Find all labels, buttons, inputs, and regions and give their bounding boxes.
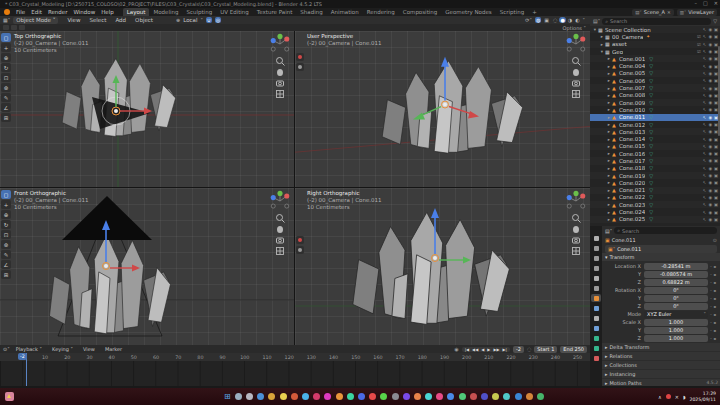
outliner-search-input[interactable]: ⌕ Search	[602, 18, 711, 25]
hide-viewport-icon[interactable]: ◉	[708, 100, 712, 105]
collection-checkbox-icon[interactable]: ☑	[697, 42, 701, 47]
workspace-tab[interactable]: Animation	[327, 8, 363, 16]
tool-button[interactable]: ⊡	[1, 73, 11, 82]
tool-button[interactable]: ⊛	[1, 240, 11, 249]
hide-viewport-icon[interactable]: ◉	[708, 56, 712, 61]
hide-render-icon[interactable]: ▣	[714, 27, 718, 32]
workspace-tab[interactable]: Geometry Nodes	[441, 8, 495, 16]
tool-button[interactable]: ↻	[1, 220, 11, 229]
proportional-edit-icon[interactable]: ◎	[215, 17, 221, 23]
outliner-row[interactable]: ▸ Cone.020 ▽ ✦ ☑ ↖ ◉ ▣	[590, 179, 720, 186]
timeline-menu-item[interactable]: Marker	[102, 346, 125, 352]
taskbar-app-icon[interactable]	[369, 393, 376, 400]
filter-icon[interactable]: ▽	[713, 18, 717, 24]
properties-tab[interactable]	[591, 254, 601, 262]
taskbar-app-icon[interactable]	[436, 393, 443, 400]
playback-button[interactable]: ◀	[480, 347, 485, 352]
outliner-row[interactable]: ▸ Cone.022 ▽ ✦ ☑ ↖ ◉ ▣	[590, 194, 720, 201]
menu-item[interactable]: Edit	[28, 9, 45, 15]
gizmo-dropdown-icon[interactable]: ⟳˅	[525, 17, 532, 23]
workspace-tab[interactable]: Scripting	[496, 8, 528, 16]
tool-button[interactable]: ⊕	[1, 210, 11, 219]
workspace-tab[interactable]: Texture Paint	[253, 8, 297, 16]
workspace-tab[interactable]: Layout	[123, 8, 150, 16]
hide-render-icon[interactable]: ▣	[714, 202, 718, 207]
properties-tab[interactable]	[591, 324, 601, 332]
zoom-icon[interactable]	[571, 213, 581, 223]
navigation-gizmo[interactable]	[269, 33, 291, 55]
selectable-icon[interactable]: ↖	[703, 129, 707, 134]
navigation-gizmo[interactable]	[269, 190, 291, 212]
outliner-row[interactable]: ▸ asset ▽ ✦ ☑ ↖ ◉ ▣	[590, 41, 720, 48]
taskbar-app-icon[interactable]	[392, 393, 399, 400]
taskbar-app-icon[interactable]	[246, 393, 253, 400]
outliner-row[interactable]: ▸ Cone.014 ▽ ✦ ☑ ↖ ◉ ▣	[590, 135, 720, 142]
windows-start-icon[interactable]: ⊞	[224, 393, 231, 401]
xray-icon[interactable]: ▣	[544, 17, 549, 23]
hide-viewport-icon[interactable]: ◉	[708, 195, 712, 200]
zoom-icon[interactable]	[571, 56, 581, 66]
taskbar-app-icon[interactable]	[347, 393, 354, 400]
outliner-row[interactable]: ▸ Cone.023 ▽ ✦ ☑ ↖ ◉ ▣	[590, 201, 720, 208]
taskbar-app-icon[interactable]	[470, 393, 477, 400]
collapsed-section[interactable]: ▸ Motion Paths	[602, 379, 720, 386]
tool-button[interactable]: ∠	[1, 103, 11, 112]
hide-render-icon[interactable]: ▣	[714, 180, 718, 185]
taskbar-app-icon[interactable]	[481, 393, 488, 400]
outliner-row[interactable]: ▸ Cone.024 ▽ ✦ ☑ ↖ ◉ ▣	[590, 208, 720, 215]
pan-hand-icon[interactable]	[571, 67, 581, 77]
selectable-icon[interactable]: ↖	[703, 195, 707, 200]
properties-tab[interactable]	[591, 314, 601, 322]
snap-magnet-icon[interactable]: ∪	[206, 17, 212, 23]
animate-decorator-icon[interactable]: ◦ ▪	[708, 312, 718, 317]
camera-view-icon[interactable]	[275, 78, 285, 88]
scene-selector[interactable]: ▤˅ Scene_A ✕	[632, 9, 673, 16]
tool-button[interactable]: ◻	[1, 190, 11, 199]
selectable-icon[interactable]: ↖	[703, 27, 707, 32]
outliner-display-mode-icon[interactable]: ▤˅	[593, 18, 600, 24]
outliner-row[interactable]: ▸ Cone.011 ▽ ✦ ☑ ↖ ◉ ▣	[590, 114, 720, 121]
selectable-icon[interactable]: ↖	[703, 210, 707, 215]
camera-view-icon[interactable]	[275, 235, 285, 245]
tool-option-icon[interactable]	[11, 25, 17, 30]
rendered-shading-icon[interactable]: ◐	[574, 17, 580, 23]
tool-button[interactable]: ↻	[1, 63, 11, 72]
viewport-menu-item[interactable]: View	[64, 17, 83, 23]
workspace-tab[interactable]: UV Editing	[216, 8, 253, 16]
animate-decorator-icon[interactable]: ◦ ▪	[708, 280, 718, 285]
animate-decorator-icon[interactable]: ◦ ▪	[708, 272, 718, 277]
unlink-icon[interactable]: ✕	[667, 10, 671, 15]
tool-button[interactable]: ◻	[1, 33, 11, 42]
navigation-gizmo[interactable]	[565, 190, 587, 212]
taskbar-app-icon[interactable]	[414, 393, 421, 400]
properties-tab[interactable]	[591, 294, 601, 302]
viewport-canvas-right[interactable]	[295, 188, 590, 345]
tool-option-icon[interactable]	[19, 25, 25, 30]
playback-button[interactable]: ▶▶	[492, 347, 500, 352]
viewport-user-perspective[interactable]: User Perspective (-2) 00_Camera | Cone.0…	[295, 31, 590, 187]
hide-viewport-icon[interactable]: ◉	[708, 217, 712, 222]
value-field[interactable]: -0.28541 m	[644, 263, 708, 270]
taskbar-app-icon[interactable]	[447, 393, 454, 400]
tool-button[interactable]: ∠	[1, 260, 11, 269]
tool-button[interactable]: ⊛	[1, 83, 11, 92]
animate-decorator-icon[interactable]: ◦ ▪	[708, 264, 718, 269]
outliner-row[interactable]: ▸ Cone.018 ▽ ✦ ☑ ↖ ◉ ▣	[590, 165, 720, 172]
hide-viewport-icon[interactable]: ◉	[708, 180, 712, 185]
hide-render-icon[interactable]: ▣	[714, 137, 718, 142]
active-tool-icon[interactable]	[3, 25, 9, 30]
outliner-row[interactable]: ▸ Cone.001 ▽ ✦ ☑ ↖ ◉ ▣	[590, 55, 720, 62]
tool-button[interactable]: ✎	[1, 250, 11, 259]
hide-viewport-icon[interactable]: ◉	[708, 151, 712, 156]
workspace-tab[interactable]: Sculpting	[182, 8, 216, 16]
value-field[interactable]: 1.000	[644, 327, 708, 334]
outliner-row[interactable]: ▸ Cone.007 ▽ ✦ ☑ ↖ ◉ ▣	[590, 84, 720, 91]
tool-button[interactable]: +	[1, 43, 11, 52]
collapsed-section[interactable]: ▸ Collections	[602, 361, 720, 369]
menu-item[interactable]: Window	[70, 9, 98, 15]
overlays-icon[interactable]: ◍	[535, 17, 541, 23]
animate-decorator-icon[interactable]: ◦ ▪	[708, 288, 718, 293]
workspace-tab[interactable]: Modeling	[149, 8, 182, 16]
hide-viewport-icon[interactable]: ◉	[708, 137, 712, 142]
playback-button[interactable]: ▶	[486, 347, 491, 352]
